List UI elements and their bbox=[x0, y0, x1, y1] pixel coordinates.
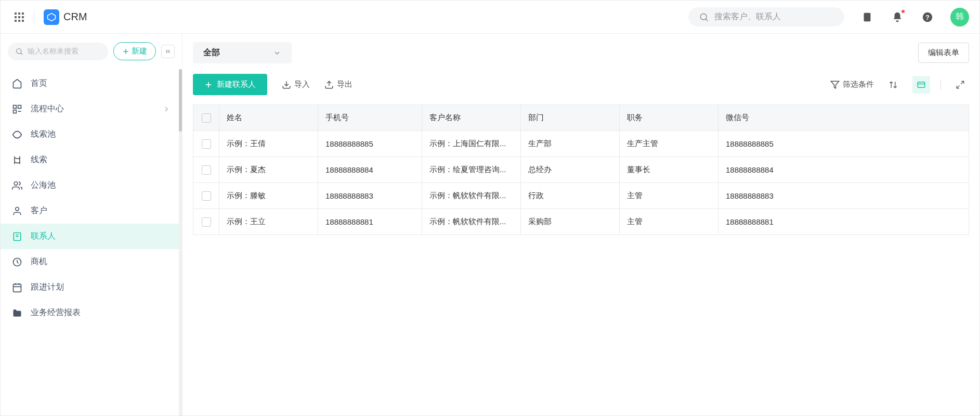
table-row[interactable]: 示例：滕敏18888888883示例：帆软软件有限...行政主管18888888… bbox=[193, 183, 969, 209]
sidebar-item-0[interactable]: 首页 bbox=[1, 71, 182, 96]
row-select-cell[interactable] bbox=[193, 209, 219, 235]
view-filter-select[interactable]: 全部 bbox=[193, 42, 292, 63]
sidebar-item-3[interactable]: 线索 bbox=[1, 147, 182, 173]
checkbox[interactable] bbox=[202, 113, 211, 123]
cell-name: 示例：滕敏 bbox=[219, 183, 318, 209]
edit-form-button[interactable]: 编辑表单 bbox=[918, 43, 969, 63]
chevron-double-left-icon bbox=[164, 48, 172, 55]
sidebar-search-placeholder: 输入名称来搜索 bbox=[28, 47, 79, 56]
card-icon bbox=[917, 80, 926, 89]
brand-text: CRM bbox=[63, 11, 87, 23]
filter-icon bbox=[830, 80, 840, 89]
cell-position: 主管 bbox=[620, 183, 718, 209]
sidebar-item-label: 线索 bbox=[31, 154, 47, 165]
import-button[interactable]: 导入 bbox=[282, 80, 310, 89]
svg-line-11 bbox=[705, 19, 708, 21]
sidebar-item-label: 客户 bbox=[31, 205, 47, 216]
cell-name: 示例：王立 bbox=[219, 209, 318, 235]
column-header[interactable]: 手机号 bbox=[318, 105, 422, 131]
cell-phone: 18888888885 bbox=[318, 131, 422, 157]
table-row[interactable]: 示例：夏杰18888888884示例：绘夏管理咨询...总经办董事长188888… bbox=[193, 157, 969, 183]
checkbox[interactable] bbox=[202, 165, 211, 175]
sidebar-item-1[interactable]: 流程中心 bbox=[1, 96, 182, 122]
svg-rect-21 bbox=[14, 110, 17, 113]
sidebar-item-2[interactable]: 线索池 bbox=[1, 122, 182, 147]
checkbox[interactable] bbox=[202, 217, 211, 227]
sidebar-item-label: 跟进计划 bbox=[31, 282, 64, 293]
cell-phone: 18888888881 bbox=[318, 209, 422, 235]
svg-text:?: ? bbox=[925, 13, 930, 21]
sidebar-item-label: 业务经营报表 bbox=[31, 307, 81, 318]
sidebar-scrollbar[interactable] bbox=[179, 69, 182, 415]
help-icon[interactable]: ? bbox=[920, 10, 935, 24]
column-header[interactable]: 姓名 bbox=[219, 105, 318, 131]
sidebar-item-label: 线索池 bbox=[31, 129, 56, 140]
sidebar-item-9[interactable]: 业务经营报表 bbox=[1, 300, 182, 326]
select-all-header[interactable] bbox=[193, 105, 219, 131]
search-icon bbox=[699, 12, 709, 22]
sidebar-item-5[interactable]: 客户 bbox=[1, 198, 182, 224]
new-contact-label: 新建联系人 bbox=[217, 80, 256, 89]
svg-rect-6 bbox=[15, 20, 17, 22]
cell-wechat: 18888888883 bbox=[718, 183, 969, 209]
new-contact-button[interactable]: 新建联系人 bbox=[193, 74, 267, 95]
new-button-label: 新建 bbox=[132, 46, 147, 56]
cell-position: 生产主管 bbox=[620, 131, 718, 157]
plus-icon bbox=[204, 81, 213, 89]
svg-point-23 bbox=[14, 181, 18, 185]
column-header[interactable]: 客户名称 bbox=[422, 105, 521, 131]
checkbox[interactable] bbox=[202, 139, 211, 149]
view-filter-label: 全部 bbox=[203, 47, 220, 58]
row-select-cell[interactable] bbox=[193, 157, 219, 183]
global-search[interactable]: 搜索客户、联系人 bbox=[688, 7, 844, 27]
avatar[interactable]: 韩 bbox=[950, 8, 969, 27]
row-select-cell[interactable] bbox=[193, 183, 219, 209]
svg-rect-1 bbox=[18, 12, 20, 15]
sidebar-item-7[interactable]: 商机 bbox=[1, 249, 182, 275]
export-label: 导出 bbox=[337, 80, 352, 89]
filter-conditions-button[interactable]: 筛选条件 bbox=[830, 80, 874, 89]
cell-customer: 示例：帆软软件有限... bbox=[422, 209, 521, 235]
table-row[interactable]: 示例：王立18888888881示例：帆软软件有限...采购部主管1888888… bbox=[193, 209, 969, 235]
collapse-sidebar-button[interactable] bbox=[161, 45, 175, 58]
chevron-right-icon bbox=[162, 105, 171, 113]
cell-phone: 18888888883 bbox=[318, 183, 422, 209]
book-icon[interactable] bbox=[860, 10, 874, 24]
sidebar-item-8[interactable]: 跟进计划 bbox=[1, 275, 182, 300]
toolbar-divider bbox=[940, 80, 941, 90]
svg-rect-19 bbox=[14, 105, 17, 108]
bell-icon[interactable] bbox=[890, 10, 905, 24]
sidebar-item-label: 商机 bbox=[31, 256, 47, 267]
svg-marker-37 bbox=[831, 81, 839, 88]
cell-wechat: 18888888881 bbox=[718, 209, 969, 235]
fullscreen-button[interactable] bbox=[951, 76, 969, 94]
checkbox[interactable] bbox=[202, 191, 211, 201]
chevron-down-icon bbox=[273, 49, 281, 57]
sidebar-search[interactable]: 输入名称来搜索 bbox=[8, 43, 108, 60]
column-header[interactable]: 部门 bbox=[521, 105, 620, 131]
apps-grid-icon[interactable] bbox=[11, 9, 28, 25]
svg-point-24 bbox=[16, 207, 19, 211]
export-button[interactable]: 导出 bbox=[324, 80, 352, 89]
svg-rect-0 bbox=[15, 12, 17, 15]
cell-wechat: 18888888885 bbox=[718, 131, 969, 157]
svg-rect-3 bbox=[15, 16, 17, 18]
contacts-table: 姓名手机号客户名称部门职务微信号 示例：王倩18888888885示例：上海国仁… bbox=[193, 105, 969, 235]
table-row[interactable]: 示例：王倩18888888885示例：上海国仁有限...生产部生产主管18888… bbox=[193, 131, 969, 157]
expand-icon bbox=[956, 80, 965, 89]
sort-button[interactable] bbox=[884, 76, 902, 94]
sidebar-item-4[interactable]: 公海池 bbox=[1, 173, 182, 198]
cell-dept: 总经办 bbox=[521, 157, 620, 183]
card-view-button[interactable] bbox=[912, 76, 930, 94]
new-button[interactable]: 新建 bbox=[113, 42, 156, 60]
main-content: 全部 编辑表单 新建联系人 导入 导出 bbox=[182, 34, 979, 415]
notification-dot bbox=[900, 9, 906, 14]
column-header[interactable]: 微信号 bbox=[718, 105, 969, 131]
cell-phone: 18888888884 bbox=[318, 157, 422, 183]
row-select-cell[interactable] bbox=[193, 131, 219, 157]
sidebar-item-6[interactable]: 联系人 bbox=[1, 224, 182, 249]
sidebar-item-label: 首页 bbox=[31, 78, 47, 89]
column-header[interactable]: 职务 bbox=[620, 105, 718, 131]
cell-wechat: 18888888884 bbox=[718, 157, 969, 183]
brand-logo-icon bbox=[44, 9, 59, 25]
